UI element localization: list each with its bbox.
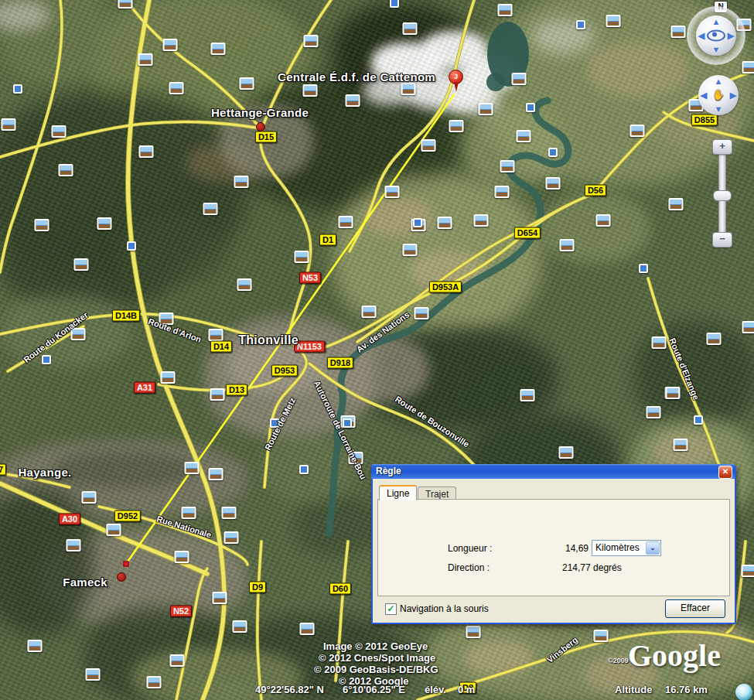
photo-icon[interactable]	[222, 507, 237, 519]
photo-icon[interactable]	[666, 387, 681, 399]
photo-icon[interactable]	[74, 258, 89, 271]
tab-trajet[interactable]: Trajet	[418, 487, 456, 500]
photo-icon[interactable]	[742, 321, 754, 333]
photo-icon[interactable]	[82, 491, 97, 504]
photo-icon[interactable]	[669, 198, 684, 210]
zoom-in-button[interactable]: +	[712, 139, 732, 155]
chevron-down-icon[interactable]: ⌄	[646, 541, 660, 555]
photo-icon[interactable]	[295, 251, 309, 263]
photo-icon[interactable]	[413, 218, 422, 227]
photo-icon[interactable]	[401, 83, 416, 95]
photo-icon[interactable]	[147, 676, 162, 688]
photo-icon[interactable]	[647, 406, 661, 418]
move-right-arrow[interactable]: ▶	[730, 90, 736, 101]
photo-icon[interactable]	[520, 389, 535, 401]
photo-icon[interactable]	[707, 333, 722, 345]
photo-icon[interactable]	[35, 219, 49, 231]
photo-icon[interactable]	[630, 125, 645, 137]
photo-icon[interactable]	[466, 626, 481, 638]
photo-icon[interactable]	[512, 73, 527, 85]
photo-icon[interactable]	[234, 176, 249, 188]
photo-icon[interactable]	[163, 39, 178, 51]
google-earth-window[interactable]: D15D1D855D56D654D953AD14BD14D918D953D13D…	[0, 0, 754, 700]
photo-icon[interactable]	[299, 465, 309, 474]
photo-icon[interactable]	[742, 61, 754, 73]
photo-icon[interactable]	[107, 524, 121, 536]
photo-icon[interactable]	[560, 239, 575, 251]
photo-icon[interactable]	[517, 130, 531, 142]
photo-icon[interactable]	[639, 264, 648, 273]
measure-endpoint[interactable]	[124, 562, 129, 567]
measurement-pin[interactable]: J	[447, 70, 464, 94]
mouse-navigation-checkbox[interactable]: ✓	[385, 603, 397, 615]
photo-icon[interactable]	[385, 186, 400, 198]
tab-ligne[interactable]: Ligne	[379, 485, 417, 500]
photo-icon[interactable]	[42, 355, 51, 364]
zoom-slider-handle[interactable]	[713, 190, 732, 201]
photo-icon[interactable]	[339, 216, 353, 228]
photo-icon[interactable]	[209, 468, 223, 480]
photo-icon[interactable]	[118, 0, 133, 9]
photo-icon[interactable]	[28, 640, 43, 652]
photo-icon[interactable]	[233, 620, 247, 633]
look-up-arrow[interactable]: ▲	[712, 17, 721, 26]
photo-icon[interactable]	[526, 103, 535, 112]
photo-icon[interactable]	[210, 388, 225, 401]
look-right-arrow[interactable]: ▶	[728, 31, 734, 41]
dialog-titlebar[interactable]: Règle ✕	[371, 464, 735, 479]
photo-icon[interactable]	[548, 148, 558, 157]
look-eye-icon[interactable]	[707, 30, 725, 42]
photo-icon[interactable]	[559, 446, 574, 459]
photo-icon[interactable]	[224, 531, 239, 544]
photo-icon[interactable]	[403, 22, 418, 35]
photo-icon[interactable]	[390, 0, 399, 8]
photo-icon[interactable]	[415, 307, 429, 319]
photo-icon[interactable]	[346, 94, 360, 107]
photo-icon[interactable]	[421, 139, 436, 152]
photo-icon[interactable]	[742, 565, 754, 577]
photo-icon[interactable]	[203, 203, 218, 215]
photo-icon[interactable]	[52, 125, 67, 138]
photo-icon[interactable]	[13, 84, 22, 94]
photo-icon[interactable]	[213, 592, 227, 604]
photo-icon[interactable]	[139, 145, 154, 158]
photo-icon[interactable]	[161, 371, 176, 384]
photo-icon[interactable]	[170, 654, 185, 667]
photo-icon[interactable]	[127, 241, 136, 251]
photo-icon[interactable]	[474, 214, 489, 227]
close-icon[interactable]: ✕	[718, 466, 732, 479]
photo-icon[interactable]	[240, 77, 254, 90]
photo-icon[interactable]	[237, 278, 252, 291]
photo-icon[interactable]	[403, 244, 418, 256]
photo-icon[interactable]	[138, 53, 153, 66]
photo-icon[interactable]	[694, 415, 703, 425]
photo-icon[interactable]	[169, 82, 184, 94]
photo-icon[interactable]	[674, 439, 688, 451]
move-down-arrow[interactable]: ▼	[715, 104, 723, 114]
unit-select[interactable]: Kilomètres ⌄	[592, 540, 661, 556]
photo-icon[interactable]	[209, 329, 223, 341]
move-up-arrow[interactable]: ▲	[715, 77, 723, 86]
photo-icon[interactable]	[175, 551, 189, 563]
photo-icon[interactable]	[438, 217, 452, 229]
photo-icon[interactable]	[449, 120, 464, 132]
photo-icon[interactable]	[300, 623, 315, 635]
photo-icon[interactable]	[596, 214, 611, 227]
photo-icon[interactable]	[67, 539, 81, 551]
photo-icon[interactable]	[576, 20, 585, 29]
photo-icon[interactable]	[86, 668, 101, 681]
photo-icon[interactable]	[495, 186, 510, 198]
photo-icon[interactable]	[97, 217, 112, 230]
photo-icon[interactable]	[304, 35, 319, 47]
photo-icon[interactable]	[2, 118, 16, 131]
photo-icon[interactable]	[362, 306, 377, 318]
photo-icon[interactable]	[546, 177, 561, 190]
photo-icon[interactable]	[606, 15, 621, 27]
photo-icon[interactable]	[185, 462, 200, 474]
photo-icon[interactable]	[303, 84, 318, 97]
photo-icon[interactable]	[671, 26, 686, 38]
move-left-arrow[interactable]: ◀	[701, 90, 707, 101]
look-left-arrow[interactable]: ◀	[698, 31, 705, 41]
photo-icon[interactable]	[652, 336, 667, 349]
photo-icon[interactable]	[211, 43, 226, 55]
